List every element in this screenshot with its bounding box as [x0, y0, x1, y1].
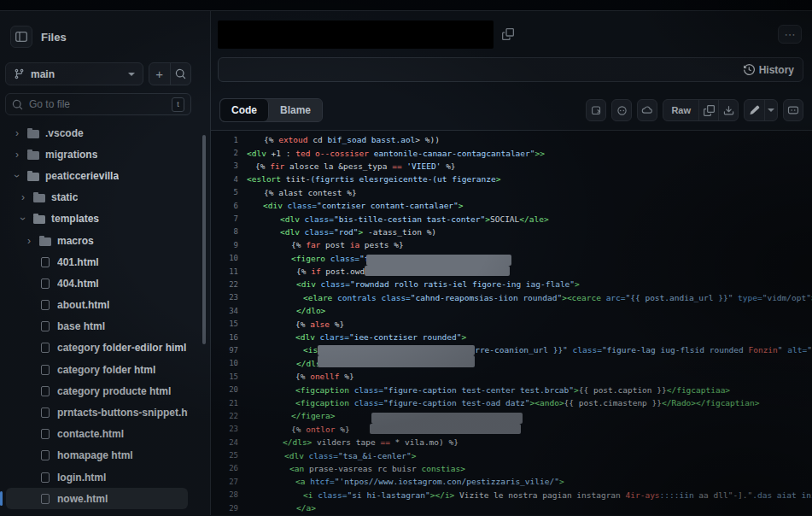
line-number[interactable]: 23 [213, 293, 238, 302]
file-icon [41, 386, 50, 396]
line-number[interactable]: 22 [213, 280, 238, 289]
line-number[interactable]: 23 [213, 425, 238, 433]
line-number[interactable]: 15 [213, 320, 238, 328]
line-number[interactable]: 15 [213, 372, 238, 381]
line-number[interactable]: 10 [213, 254, 238, 262]
chevron-down-icon [128, 73, 135, 76]
code-toolbar: Code Blame [219, 98, 803, 122]
tree-item-label: about.html [57, 299, 109, 311]
edit-dropdown-button[interactable] [764, 100, 777, 120]
sidebar-scrollbar[interactable] [202, 135, 206, 344]
line-number[interactable]: 27 [213, 478, 238, 486]
go-to-file-field[interactable]: t [5, 93, 191, 115]
download-raw-button[interactable] [718, 100, 738, 120]
tree-item-static[interactable]: static [6, 187, 188, 208]
copy-raw-button[interactable] [698, 100, 718, 120]
tab-code[interactable]: Code [220, 99, 269, 121]
tree-item-label: macros [57, 235, 94, 247]
code-lines: 1{% extoud cd bif_soad basst.aol> %))2<d… [213, 133, 812, 514]
raw-actions-group: Raw [663, 99, 739, 121]
tree-item-category-producte-html[interactable]: category producte html [6, 380, 188, 402]
code-view: 1{% extoud cd bif_soad basst.aol> %))2<d… [211, 130, 812, 515]
line-number[interactable]: 1 [213, 136, 238, 144]
go-to-file-input[interactable] [29, 98, 166, 110]
code-line-content: {% ontlor %} [247, 425, 521, 435]
tree-item-our-producte-html[interactable]: our_producte html [6, 509, 188, 515]
line-number[interactable]: 5 [213, 188, 238, 196]
code-line: 4<eslort tiit-(figrrtis elesrgeicentte-(… [213, 173, 812, 185]
tree-item-label: static [51, 191, 78, 203]
symbols-panel-button[interactable] [783, 99, 803, 121]
line-number[interactable]: 7 [213, 214, 238, 223]
more-options-button[interactable]: ⋯ [778, 25, 802, 44]
line-number[interactable]: 24 [213, 438, 238, 447]
line-number[interactable]: 34 [213, 307, 238, 315]
line-number[interactable]: 2 [213, 149, 238, 157]
line-number[interactable]: 97 [213, 346, 238, 355]
code-line-content: <figcaption class="figure-caption test-c… [247, 385, 730, 395]
tree-item-migrations[interactable]: migrations [6, 144, 188, 165]
copilot-button[interactable] [611, 99, 632, 121]
line-number[interactable]: 22 [213, 412, 238, 420]
tree-item-macros[interactable]: macros [6, 230, 188, 251]
tree-item-label: .vscode [45, 127, 84, 139]
tree-item-about-html[interactable]: about.html [6, 295, 188, 316]
line-number[interactable]: 25 [213, 451, 238, 460]
raw-button[interactable]: Raw [663, 100, 698, 120]
tree-item-404-html[interactable]: 404.html [6, 273, 188, 294]
redacted-region [370, 424, 521, 434]
line-number[interactable]: 6 [213, 202, 238, 210]
tree-item-category-folder-html[interactable]: category folder html [6, 359, 188, 380]
line-number[interactable]: 20 [213, 385, 238, 394]
file-view: ⋯ History Code Blame [211, 11, 812, 515]
line-number[interactable]: 4 [213, 175, 238, 184]
tree-item-base-html[interactable]: base html [6, 316, 188, 337]
line-number[interactable]: 21 [213, 399, 238, 408]
file-icon [41, 472, 50, 483]
code-line-content: {% alast contest %} [247, 188, 357, 197]
codespaces-cloud-icon [641, 104, 653, 116]
collapse-sidebar-button[interactable] [10, 26, 32, 48]
download-icon [723, 105, 734, 116]
new-file-button[interactable]: + [149, 63, 171, 85]
tree-item-templates[interactable]: templates [6, 208, 188, 230]
line-number[interactable]: 11 [213, 267, 238, 276]
search-tree-button[interactable] [171, 63, 191, 85]
line-number[interactable]: 9 [213, 241, 238, 249]
file-symbols-icon [591, 105, 602, 116]
file-icon [41, 257, 50, 267]
history-button[interactable]: History [744, 64, 794, 76]
tree-item-category-folder-edilor-himl[interactable]: category folder-edilor himl [6, 337, 188, 359]
code-line-content: <i class="si hi-lastagran"></i> Vizite l… [247, 490, 812, 500]
code-line: 34</dlo> [213, 304, 812, 317]
branch-selector[interactable]: main [5, 62, 143, 85]
tree-item-label: nowe.html [57, 493, 108, 505]
tree-item-login-html[interactable]: login.html [6, 466, 188, 488]
folder-open-icon [33, 215, 45, 224]
open-symbols-button[interactable] [586, 99, 606, 121]
line-number[interactable]: 28 [213, 490, 238, 499]
folder-open-icon [27, 173, 39, 181]
line-number[interactable]: 10 [213, 359, 238, 367]
tree-item-prntacts-buttons-snippet-html[interactable]: prntacts-buttons-snippet.html [6, 402, 188, 423]
line-number[interactable]: 8 [213, 227, 238, 236]
line-number[interactable]: 3 [213, 161, 238, 170]
line-number[interactable]: 26 [213, 464, 238, 472]
tree-item-label: contacte.html [57, 428, 124, 440]
edit-file-button[interactable] [745, 100, 764, 120]
tree-item--vscode[interactable]: .vscode [6, 122, 188, 144]
code-line: 29</a> [213, 501, 812, 514]
tab-blame[interactable]: Blame [269, 99, 322, 121]
tree-item-peaticcerievilla[interactable]: peaticcerievilla [6, 165, 188, 186]
files-panel-header: Files [0, 25, 210, 49]
tree-item-401-html[interactable]: 401.html [6, 251, 188, 273]
tree-item-nowe-html[interactable]: nowe.html [6, 488, 188, 509]
tree-item-contacte-html[interactable]: contacte.html [6, 424, 188, 445]
line-number[interactable]: 16 [213, 333, 238, 342]
copy-path-button[interactable] [499, 25, 517, 44]
line-number[interactable]: 29 [213, 504, 238, 513]
history-label: History [759, 64, 794, 76]
codespaces-button[interactable] [637, 99, 657, 121]
code-line: 8<dlv class="rod"> -atass_tion %) [213, 226, 812, 238]
tree-item-homapage-html[interactable]: homapage html [6, 445, 188, 466]
